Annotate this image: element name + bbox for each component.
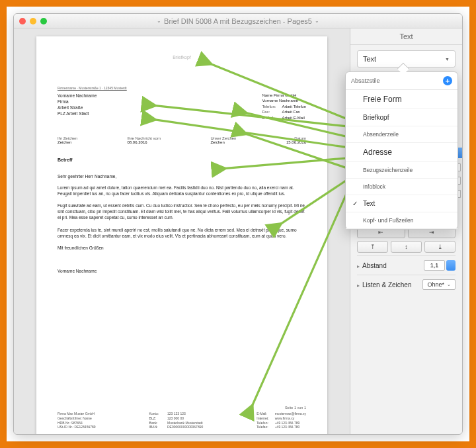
reference-row[interactable]: Ihr ZeichenZeichen Ihre Nachricht vom08.… xyxy=(58,136,306,144)
disclosure-icon[interactable]: ▸ xyxy=(357,263,360,269)
style-option-label: Absenderzeile xyxy=(363,131,399,138)
vertical-align-group: ⤒ ↕ ⤓ xyxy=(357,241,456,253)
recipient-company: Firma xyxy=(58,99,97,105)
style-option-label: Bezugszeichenzeile xyxy=(363,167,413,173)
style-option-label: Adresse xyxy=(363,148,392,157)
body-paragraph[interactable]: Lorem ipsum ad qui amet dolore, tation q… xyxy=(58,185,306,197)
zoom-icon[interactable] xyxy=(40,18,47,24)
signature[interactable]: Vorname Nachname xyxy=(58,269,306,273)
style-option[interactable]: Infoblock xyxy=(346,179,457,195)
contact-person: Vorname Nachname xyxy=(262,98,306,103)
contact-block[interactable]: Name Firma GmbH Vorname Nachname Telefon… xyxy=(262,93,306,120)
valign-top-button[interactable]: ⤒ xyxy=(357,241,388,253)
style-option[interactable]: Kopf- und Fußzeilen xyxy=(346,212,457,229)
valign-middle-button[interactable]: ↕ xyxy=(391,241,422,253)
disclosure-icon[interactable]: ▸ xyxy=(357,283,360,289)
recipient-city: PLZ Arbeit Stadt xyxy=(58,111,97,116)
title-caret-icon: ⌄ xyxy=(315,18,319,24)
recipient-street: Arbeit Straße xyxy=(58,105,97,111)
lists-label: Listen & Zeichen xyxy=(362,281,412,289)
chevron-down-icon: ▼ xyxy=(445,57,450,62)
style-selector-label: Text xyxy=(363,55,376,63)
style-option[interactable]: Freie Form xyxy=(346,90,457,109)
letterhead[interactable]: Briefkopf xyxy=(58,55,306,60)
titlebar[interactable]: ⌄ Brief DIN 5008 A mit Bezugszeichen - P… xyxy=(14,14,462,28)
paragraph-style-selector[interactable]: Text ▼ xyxy=(357,50,456,67)
style-option-label: Text xyxy=(363,200,375,207)
recipient-block[interactable]: Vorname Nachname Firma Arbeit Straße PLZ… xyxy=(58,93,97,120)
style-option[interactable]: Absenderzeile xyxy=(346,126,457,143)
body-paragraph[interactable]: Fugit suavitate ad eam, ut essent debiti… xyxy=(58,203,306,220)
style-option[interactable]: Bezugszeichenzeile xyxy=(346,162,457,179)
lists-select[interactable]: Ohne* ⌄ xyxy=(422,279,456,290)
window-title: Brief DIN 5008 A mit Bezugszeichen - Pag… xyxy=(164,17,312,25)
chevron-down-icon: ⌄ xyxy=(447,282,451,287)
footer[interactable]: Firma Max Muster GmbH Geschäftsführer: N… xyxy=(58,412,306,429)
style-option-label: Kopf- und Fußzeilen xyxy=(363,217,414,224)
recipient-name: Vorname Nachname xyxy=(58,93,97,99)
page-number: Seite 1 von 1 xyxy=(285,406,306,410)
style-option-label: Freie Form xyxy=(363,95,402,104)
title-dropdown-icon[interactable]: ⌄ xyxy=(157,18,161,24)
popover-title: Absatzstile xyxy=(351,77,380,84)
subject[interactable]: Betreff xyxy=(58,157,306,162)
spacing-input[interactable] xyxy=(424,260,445,271)
app-window: ⌄ Brief DIN 5008 A mit Bezugszeichen - P… xyxy=(13,13,463,435)
sender-line[interactable]: Firmenname · Musterstraße 1 · 12345 Must… xyxy=(58,86,306,90)
traffic-lights xyxy=(19,18,47,24)
valign-bottom-button[interactable]: ⤓ xyxy=(424,241,456,253)
inspector-panel: Text Text ▼ Ausrichtung ≡ ≡ ≡ xyxy=(350,28,462,434)
style-option[interactable]: Briefkopf xyxy=(346,109,457,126)
add-style-button[interactable]: + xyxy=(443,76,452,85)
style-option[interactable]: Adresse xyxy=(346,143,457,162)
close-icon[interactable] xyxy=(19,18,26,24)
closing[interactable]: Mit freundlichen Grüßen xyxy=(58,246,306,250)
body-paragraph[interactable]: Facer expetenda ius te, sint mundi aperi… xyxy=(58,228,306,240)
style-option-label: Infoblock xyxy=(363,183,385,190)
contact-company: Name Firma GmbH xyxy=(262,93,306,98)
style-option-label: Briefkopf xyxy=(363,114,389,121)
inspector-tab-text[interactable]: Text xyxy=(350,28,462,45)
document-canvas[interactable]: Briefkopf Firmenname · Musterstraße 1 · … xyxy=(14,28,350,434)
spacing-stepper[interactable] xyxy=(446,260,456,271)
check-icon: ✓ xyxy=(352,200,359,207)
page[interactable]: Briefkopf Firmenname · Musterstraße 1 · … xyxy=(36,36,327,434)
style-option[interactable]: ✓Text xyxy=(346,195,457,212)
minimize-icon[interactable] xyxy=(30,18,36,24)
paragraph-styles-popover: Absatzstile + Freie FormBriefkopfAbsende… xyxy=(345,71,458,230)
spacing-label: Abstand xyxy=(362,262,387,269)
salutation[interactable]: Sehr geehrter Herr Nachname, xyxy=(58,174,306,179)
